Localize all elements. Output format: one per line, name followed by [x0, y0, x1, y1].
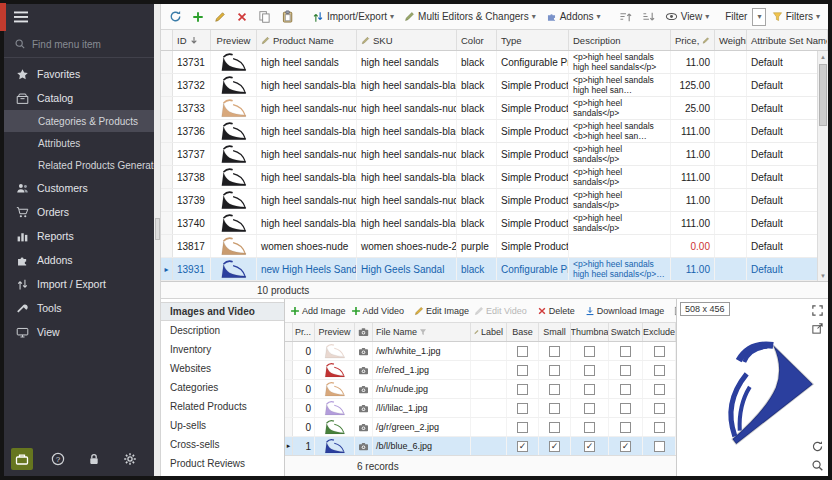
set-resize-rule-button[interactable]: Set Resize Rule [672, 304, 676, 318]
exclude-checkbox[interactable] [654, 365, 665, 376]
lock-icon[interactable] [83, 448, 105, 470]
column-header-description[interactable]: Description [569, 30, 671, 50]
menu-search-input[interactable] [32, 39, 136, 50]
thumbnail-checkbox[interactable]: ✓ [584, 441, 595, 452]
column-header-sku[interactable]: SKU [357, 30, 457, 50]
addons-menu[interactable]: Addons▾ [542, 9, 605, 24]
exclude-checkbox[interactable] [654, 346, 665, 357]
edit-video-button[interactable]: Edit Video [472, 304, 529, 318]
add-button[interactable] [188, 9, 208, 25]
panel-splitter[interactable] [154, 4, 161, 476]
delete-image-button[interactable]: Delete [535, 304, 577, 318]
rotate-icon[interactable] [809, 438, 825, 454]
small-checkbox[interactable] [549, 384, 560, 395]
tab-cross-sells[interactable]: Cross-sells [161, 435, 284, 454]
product-row[interactable]: 13739high heel sandals-nude-37high heel … [161, 189, 828, 212]
sidebar-item-reports[interactable]: Reports [4, 224, 154, 248]
column-header-product-name[interactable]: Product Name [257, 30, 357, 50]
small-checkbox[interactable] [549, 365, 560, 376]
sidebar-item-tools[interactable]: Tools [4, 296, 154, 320]
sidebar-item-customers[interactable]: Customers [4, 176, 154, 200]
gear-icon[interactable] [119, 448, 141, 470]
column-header-media-preview[interactable]: Preview [315, 323, 355, 341]
swatch-checkbox[interactable]: ✓ [620, 441, 631, 452]
view-menu[interactable]: View▾ [661, 9, 714, 24]
delete-button[interactable] [232, 9, 252, 25]
product-row[interactable]: 13732high heel sandals-blackhigh heel sa… [161, 74, 828, 97]
product-row[interactable]: 13740high heel sandals-black-38high heel… [161, 212, 828, 235]
fullscreen-icon[interactable] [809, 302, 825, 318]
swatch-checkbox[interactable] [620, 346, 631, 357]
base-checkbox[interactable]: ✓ [517, 441, 528, 452]
sidebar-item-favorites[interactable]: Favorites [4, 62, 154, 86]
swatch-checkbox[interactable] [620, 365, 631, 376]
small-checkbox[interactable] [549, 346, 560, 357]
tab-up-sells[interactable]: Up-sells [161, 416, 284, 435]
media-row[interactable]: 0/r/e/red_1.jpg [285, 361, 676, 380]
column-header-position[interactable]: Pr... [293, 323, 315, 341]
column-header-weight[interactable]: Weight [715, 30, 747, 50]
base-checkbox[interactable] [517, 365, 528, 376]
sort-ascending-button[interactable] [615, 9, 636, 25]
product-row[interactable]: 13736high heel sandals-black-36high heel… [161, 120, 828, 143]
base-checkbox[interactable] [517, 346, 528, 357]
base-checkbox[interactable] [517, 422, 528, 433]
edit-image-button[interactable]: Edit Image [412, 304, 471, 318]
paste-button[interactable] [277, 8, 298, 25]
thumbnail-checkbox[interactable] [584, 422, 595, 433]
tab-images-and-video[interactable]: Images and Video [161, 302, 284, 321]
column-header-camera[interactable] [355, 323, 373, 341]
swatch-checkbox[interactable] [620, 422, 631, 433]
tab-inventory[interactable]: Inventory [161, 340, 284, 359]
copy-button[interactable] [254, 8, 275, 25]
column-header-base[interactable]: Base [507, 323, 539, 341]
media-row[interactable]: 0/w/h/white_1.jpg [285, 342, 676, 361]
media-row[interactable]: ▸1/b/l/blue_6.jpg✓✓✓✓ [285, 437, 676, 455]
sidebar-item-view[interactable]: View [4, 320, 154, 344]
zoom-icon[interactable] [809, 457, 825, 473]
base-checkbox[interactable] [517, 384, 528, 395]
exclude-checkbox[interactable] [654, 441, 665, 452]
sidebar-item-categories-products[interactable]: Categories & Products [4, 110, 154, 132]
column-header-file-name[interactable]: File Name [373, 323, 471, 341]
hamburger-menu-icon[interactable] [13, 10, 29, 26]
tab-description[interactable]: Description [161, 321, 284, 340]
product-row[interactable]: 13817women shoes-nudewomen shoes-nude-2p… [161, 235, 828, 258]
download-image-button[interactable]: Download Image [583, 304, 667, 318]
swatch-checkbox[interactable] [620, 403, 631, 414]
column-header-id[interactable]: ID [173, 30, 211, 50]
product-row[interactable]: 13738high heel sandals-black-37high heel… [161, 166, 828, 189]
thumbnail-checkbox[interactable] [584, 346, 595, 357]
column-header-type[interactable]: Type [497, 30, 569, 50]
column-header-label[interactable]: Label [471, 323, 507, 341]
sort-descending-button[interactable] [638, 9, 659, 25]
multi-editors-menu[interactable]: Multi Editors & Changers▾ [400, 9, 540, 24]
product-row[interactable]: 13733high heel sandals-nudehigh heel san… [161, 97, 828, 120]
tab-related-products[interactable]: Related Products [161, 397, 284, 416]
column-header-thumbnail[interactable]: Thumbna [571, 323, 609, 341]
refresh-button[interactable] [165, 8, 186, 25]
edit-button[interactable] [210, 9, 230, 25]
add-image-button[interactable]: Add Image [288, 304, 348, 318]
sidebar-item-catalog[interactable]: Catalog [4, 86, 154, 110]
small-checkbox[interactable] [549, 403, 560, 414]
media-row[interactable]: 0/l/i/lilac_1.jpg [285, 399, 676, 418]
splitter-grip[interactable] [155, 218, 160, 240]
scroll-up-arrow[interactable]: ▲ [818, 51, 828, 62]
column-header-attribute-set[interactable]: Attribute Set Name [747, 30, 828, 50]
exclude-checkbox[interactable] [654, 384, 665, 395]
sidebar-item-attributes[interactable]: Attributes [4, 132, 154, 154]
thumbnail-checkbox[interactable] [584, 403, 595, 414]
tab-websites[interactable]: Websites [161, 359, 284, 378]
column-header-color[interactable]: Color [457, 30, 497, 50]
help-icon[interactable]: ? [47, 448, 69, 470]
product-row[interactable]: ▸13931new High Heels SandalsHigh Geels S… [161, 258, 828, 281]
sidebar-item-import-export[interactable]: Import / Export [4, 272, 154, 296]
open-external-icon[interactable] [809, 320, 825, 336]
small-checkbox[interactable] [549, 422, 560, 433]
swatch-checkbox[interactable] [620, 384, 631, 395]
import-export-menu[interactable]: Import/Export▾ [308, 9, 398, 25]
sidebar-item-related-products-generator[interactable]: Related Products Generator [4, 154, 154, 176]
scroll-down-arrow[interactable]: ▼ [818, 270, 828, 281]
column-header-price[interactable]: Price, [671, 30, 715, 50]
